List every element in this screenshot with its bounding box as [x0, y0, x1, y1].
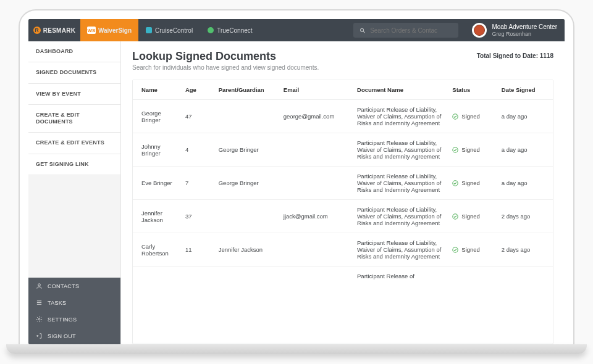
nav-cruisecontrol[interactable]: CruiseControl — [138, 19, 200, 41]
svg-point-6 — [38, 318, 40, 320]
body: DASHBOARD SIGNED DOCUMENTS VIEW BY EVENT… — [28, 41, 565, 344]
svg-point-2 — [38, 284, 41, 286]
cell-email: george@gmail.com — [279, 100, 352, 133]
total-signed-label: Total Signed to Date: 1118 — [477, 52, 553, 59]
cell-parent: George Bringer — [214, 167, 279, 200]
avatar — [472, 23, 487, 38]
check-circle-icon — [452, 147, 458, 153]
sidebar-signout-label: SIGN OUT — [48, 333, 76, 339]
cell-document: Participant Release of Liability, Waiver… — [352, 100, 447, 133]
sidebar-tasks[interactable]: TASKS — [28, 294, 120, 311]
signout-icon — [36, 333, 43, 339]
sidebar-item-signed-documents[interactable]: SIGNED DOCUMENTS — [28, 62, 120, 83]
user-menu[interactable]: Moab Adventure Center Greg Rosenhan — [465, 19, 565, 41]
cell-parent: Jennifer Jackson — [214, 233, 279, 267]
col-parent[interactable]: Parent/Guardian — [214, 80, 279, 100]
contacts-icon — [36, 283, 43, 289]
cell-date: 2 days ago — [497, 200, 553, 233]
main-content: Lookup Signed Documents Search for indiv… — [121, 41, 565, 344]
cell-status: Signed — [447, 100, 496, 133]
cell-email — [279, 133, 352, 167]
sidebar-item-create-edit-events[interactable]: CREATE & EDIT EVENTS — [28, 133, 120, 154]
sidebar-item-create-edit-documents[interactable]: CREATE & EDIT DOCUMENTS — [28, 105, 120, 133]
sidebar-signout[interactable]: SIGN OUT — [28, 328, 120, 344]
cruisecontrol-icon — [146, 27, 152, 33]
org-name: Moab Adventure Center — [492, 23, 557, 31]
cell-document: Participant Release of Liability, Waiver… — [352, 200, 447, 233]
col-email[interactable]: Email — [279, 80, 352, 100]
cell-name: George Bringer — [133, 100, 180, 133]
cell-email — [279, 167, 352, 200]
col-document[interactable]: Document Name — [352, 80, 447, 100]
sidebar-item-view-by-event[interactable]: VIEW BY EVENT — [28, 84, 120, 105]
table-row[interactable]: George Bringer47george@gmail.comParticip… — [133, 100, 553, 133]
cell-name: Carly Robertson — [133, 233, 180, 267]
svg-point-0 — [361, 28, 364, 31]
cell-age: 37 — [180, 200, 214, 233]
brand-waiversign-label: WaiverSign — [98, 27, 132, 34]
table-row[interactable]: Carly Robertson11Jennifer JacksonPartici… — [133, 233, 553, 267]
cell-date: 2 days ago — [497, 233, 553, 267]
cell-date: a day ago — [497, 100, 553, 133]
cell-parent — [214, 100, 279, 133]
avatar-icon — [474, 25, 485, 36]
cell-document: Participant Release of Liability, Waiver… — [352, 167, 447, 200]
cell-parent — [214, 200, 279, 233]
sidebar-settings[interactable]: SETTINGS — [28, 311, 120, 328]
nav-trueconnect-label: TrueConnect — [217, 27, 252, 34]
check-circle-icon — [452, 213, 458, 220]
brand-resmark[interactable]: R RESMARK — [28, 19, 80, 41]
sidebar-item-get-signing-link[interactable]: GET SIGNING LINK — [28, 154, 120, 175]
documents-table: Name Age Parent/Guardian Email Document … — [132, 80, 553, 344]
col-age[interactable]: Age — [180, 80, 214, 100]
cell-age: 4 — [180, 133, 214, 167]
page-title: Lookup Signed Documents — [132, 50, 319, 63]
table-row-partial[interactable]: Participant Release of — [133, 267, 553, 286]
table-row[interactable]: Johnny Bringer4George BringerParticipant… — [133, 133, 553, 167]
table-row[interactable]: Jennifer Jackson37jjack@gmail.comPartici… — [133, 200, 553, 233]
svg-line-1 — [363, 31, 364, 32]
sidebar-tasks-label: TASKS — [48, 300, 66, 306]
cell-name: Johnny Bringer — [133, 133, 180, 167]
tasks-icon — [36, 299, 43, 306]
col-date[interactable]: Date Signed — [497, 80, 553, 100]
brand-waiversign-tab[interactable]: WS WaiverSign — [80, 19, 138, 41]
trueconnect-icon — [208, 27, 214, 33]
cell-name: Eve Bringer — [133, 167, 180, 200]
cell-status: Signed — [447, 167, 496, 200]
cell-document: Participant Release of Liability, Waiver… — [352, 133, 447, 167]
check-circle-icon — [452, 247, 458, 253]
cell-date: a day ago — [497, 133, 553, 167]
app-screen: R RESMARK WS WaiverSign CruiseControl Tr… — [28, 19, 565, 344]
sidebar-settings-label: SETTINGS — [48, 316, 77, 323]
col-status[interactable]: Status — [447, 80, 496, 100]
cell-age: 47 — [180, 100, 214, 133]
waiversign-logo-icon: WS — [87, 27, 96, 34]
brand-resmark-label: RESMARK — [43, 27, 76, 34]
cell-email — [279, 233, 352, 267]
cell-status: Signed — [447, 133, 496, 167]
table-row[interactable]: Eve Bringer7George BringerParticipant Re… — [133, 167, 553, 200]
laptop-base — [6, 344, 587, 354]
cell-document: Participant Release of Liability, Waiver… — [352, 233, 447, 267]
search-icon — [360, 27, 366, 34]
nav-cruisecontrol-label: CruiseControl — [155, 27, 193, 34]
sidebar-item-dashboard[interactable]: DASHBOARD — [28, 41, 120, 62]
global-search[interactable] — [353, 23, 458, 38]
nav-trueconnect[interactable]: TrueConnect — [200, 19, 259, 41]
gear-icon — [36, 316, 43, 323]
cell-parent: George Bringer — [214, 133, 279, 167]
search-input[interactable] — [370, 27, 452, 34]
col-name[interactable]: Name — [133, 80, 180, 100]
resmark-logo-icon: R — [33, 27, 41, 34]
top-navbar: R RESMARK WS WaiverSign CruiseControl Tr… — [28, 19, 565, 41]
cell-name: Jennifer Jackson — [133, 200, 180, 233]
cell-status: Signed — [447, 200, 496, 233]
cell-email: jjack@gmail.com — [279, 200, 352, 233]
cell-document: Participant Release of — [352, 267, 447, 286]
sidebar-contacts-label: CONTACTS — [48, 283, 79, 289]
check-circle-icon — [452, 180, 458, 186]
table-header-row: Name Age Parent/Guardian Email Document … — [133, 80, 553, 100]
check-circle-icon — [452, 114, 458, 120]
sidebar-contacts[interactable]: CONTACTS — [28, 278, 120, 294]
